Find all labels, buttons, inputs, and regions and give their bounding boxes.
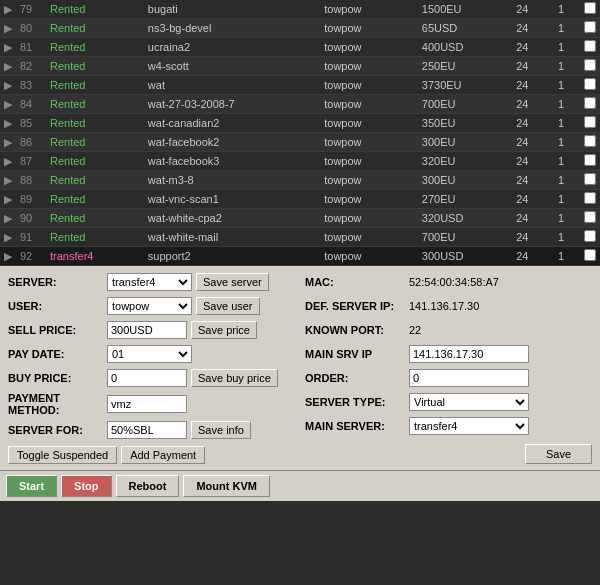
save-server-button[interactable]: Save server [196,273,269,291]
row-col5: 24 [506,171,548,190]
server-for-row: SERVER FOR: Save info [8,420,295,440]
row-col5: 24 [506,76,548,95]
server-type-label: SERVER TYPE: [305,396,405,408]
row-arrow[interactable]: ▶ [0,247,16,266]
row-arrow[interactable]: ▶ [0,209,16,228]
order-input[interactable] [409,369,529,387]
row-arrow[interactable]: ▶ [0,38,16,57]
row-checkbox[interactable] [584,116,596,128]
save-buy-price-button[interactable]: Save buy price [191,369,278,387]
row-name: wat-vnc-scan1 [128,190,304,209]
row-price: 400USD [402,38,506,57]
row-checkbox[interactable] [584,192,596,204]
row-arrow[interactable]: ▶ [0,114,16,133]
pay-date-select[interactable]: 01 [107,345,192,363]
row-col5: 24 [506,247,548,266]
mac-value: 52:54:00:34:58:A7 [409,276,499,288]
main-server-row: MAIN SERVER: transfer4 [305,416,592,436]
row-checkbox[interactable] [584,97,596,109]
row-arrow[interactable]: ▶ [0,0,16,19]
row-id: 86 [16,133,46,152]
row-col5: 24 [506,0,548,19]
row-price: 700EU [402,95,506,114]
row-checkbox-cell [580,247,600,266]
add-payment-button[interactable]: Add Payment [121,446,205,464]
row-col6: 1 [548,247,580,266]
row-checkbox[interactable] [584,249,596,261]
row-price: 3730EU [402,76,506,95]
row-user: towpow [304,76,402,95]
row-checkbox[interactable] [584,2,596,14]
row-user: towpow [304,133,402,152]
row-checkbox[interactable] [584,21,596,33]
reboot-button[interactable]: Reboot [116,475,180,497]
row-checkbox[interactable] [584,154,596,166]
row-checkbox-cell [580,76,600,95]
save-user-button[interactable]: Save user [196,297,260,315]
row-price: 300EU [402,133,506,152]
row-checkbox[interactable] [584,59,596,71]
row-arrow[interactable]: ▶ [0,76,16,95]
main-server-select[interactable]: transfer4 [409,417,529,435]
row-status: Rented [46,95,128,114]
row-arrow[interactable]: ▶ [0,190,16,209]
row-arrow[interactable]: ▶ [0,95,16,114]
row-checkbox-cell [580,190,600,209]
row-id: 81 [16,38,46,57]
row-status: Rented [46,171,128,190]
row-arrow[interactable]: ▶ [0,152,16,171]
main-srv-ip-input[interactable] [409,345,529,363]
row-checkbox[interactable] [584,135,596,147]
row-col6: 1 [548,114,580,133]
row-name: wat-white-mail [128,228,304,247]
order-row: ORDER: [305,368,592,388]
row-checkbox[interactable] [584,40,596,52]
toggle-suspended-button[interactable]: Toggle Suspended [8,446,117,464]
row-checkbox-cell [580,152,600,171]
row-checkbox[interactable] [584,78,596,90]
pay-date-row: PAY DATE: 01 [8,344,295,364]
row-user: towpow [304,171,402,190]
payment-method-label: PAYMENT METHOD: [8,392,103,416]
user-select[interactable]: towpow [107,297,192,315]
row-arrow[interactable]: ▶ [0,171,16,190]
row-checkbox[interactable] [584,230,596,242]
row-arrow[interactable]: ▶ [0,228,16,247]
user-row: USER: towpow Save user [8,296,295,316]
row-arrow[interactable]: ▶ [0,133,16,152]
def-server-ip-value: 141.136.17.30 [409,300,479,312]
sell-price-input[interactable] [107,321,187,339]
row-status: Rented [46,114,128,133]
row-col5: 24 [506,209,548,228]
row-col6: 1 [548,76,580,95]
row-checkbox-cell [580,57,600,76]
row-col6: 1 [548,133,580,152]
row-user: towpow [304,38,402,57]
row-checkbox-cell [580,171,600,190]
bottom-buttons: Toggle Suspended Add Payment [8,446,295,464]
payment-method-input[interactable] [107,395,187,413]
row-arrow[interactable]: ▶ [0,19,16,38]
mount-kvm-button[interactable]: Mount KVM [183,475,269,497]
row-price: 350EU [402,114,506,133]
row-checkbox-cell [580,209,600,228]
save-price-button[interactable]: Save price [191,321,257,339]
stop-button[interactable]: Stop [61,475,111,497]
save-info-button[interactable]: Save info [191,421,251,439]
server-select[interactable]: transfer4 [107,273,192,291]
mac-label: MAC: [305,276,405,288]
start-button[interactable]: Start [6,475,57,497]
row-checkbox[interactable] [584,211,596,223]
row-checkbox-cell [580,95,600,114]
save-button[interactable]: Save [525,444,592,464]
row-checkbox[interactable] [584,173,596,185]
def-server-ip-label: DEF. SERVER IP: [305,300,405,312]
row-name: wat-m3-8 [128,171,304,190]
server-for-input[interactable] [107,421,187,439]
row-price: 320EU [402,152,506,171]
row-arrow[interactable]: ▶ [0,57,16,76]
server-type-select[interactable]: Virtual [409,393,529,411]
buy-price-input[interactable] [107,369,187,387]
row-checkbox-cell [580,228,600,247]
row-id: 90 [16,209,46,228]
